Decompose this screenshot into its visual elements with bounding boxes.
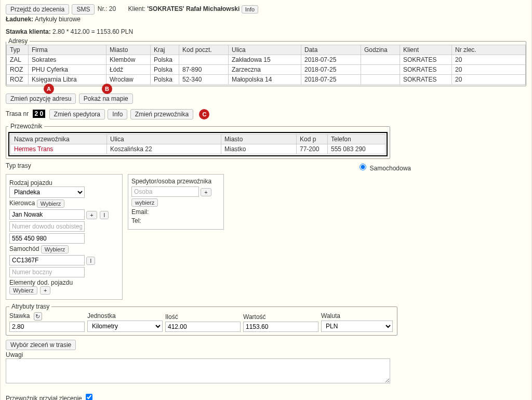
table-cell: Sokrates (29, 55, 107, 65)
dispatcher-legend: Spedytor/osoba przewoźnika (131, 178, 220, 185)
carrier-th-name: Nazwa przewoźnika (11, 135, 107, 144)
car-info-button[interactable]: I (86, 257, 95, 265)
extra-choose-button[interactable]: Wybierz (9, 286, 37, 295)
table-cell: Polska (151, 65, 179, 75)
table-cell: SOKRATES (400, 75, 452, 85)
addr-th-kraj: Kraj (151, 45, 179, 55)
addr-th-nrzlec: Nr zlec. (452, 45, 526, 55)
driver-info-button[interactable]: I (100, 211, 109, 219)
rate-refresh-icon[interactable]: ↻ (34, 312, 42, 321)
attr-unit-select[interactable]: Kilometry (87, 321, 163, 332)
table-row[interactable]: ROZKsięgarnia LibraWrocławPolska52-340Ma… (7, 75, 526, 85)
driver-add-button[interactable]: + (86, 211, 97, 219)
table-cell: 87-890 (179, 65, 229, 75)
dispatcher-person-input[interactable] (131, 186, 199, 197)
table-cell (361, 55, 400, 65)
attr-currency-select[interactable]: PLN (321, 321, 393, 332)
route-type-car-input[interactable] (360, 164, 366, 170)
table-cell: 2018-07-25 (301, 65, 361, 75)
show-on-map-button[interactable]: Pokaż na mapie (79, 94, 133, 104)
table-cell: Łódź (107, 65, 151, 75)
attr-rate-input[interactable] (9, 322, 85, 332)
car-reg-input[interactable] (9, 255, 85, 265)
attr-currency-label: Waluta (321, 312, 394, 319)
table-cell: PHU Cyferka (29, 65, 107, 75)
attr-qty-label: Ilość (165, 313, 243, 321)
car-side-input[interactable] (9, 267, 85, 277)
addr-th-firma: Firma (29, 45, 107, 55)
table-cell: 52-340 (179, 75, 229, 85)
client-name: 'SOKRATES' Rafał Michałowski (147, 5, 240, 12)
orders-in-route-button[interactable]: Wybór zleceń w trasie (6, 340, 76, 350)
goto-order-button[interactable]: Przejdź do zlecenia (6, 4, 69, 15)
route-type-label: Typ trasy (6, 162, 31, 172)
remarks-textarea[interactable] (6, 358, 390, 383)
addr-th-klient: Klient (400, 45, 452, 55)
cargo-label: Ładunek: (6, 16, 33, 23)
change-dispatcher-button[interactable]: Zmień spedytora (49, 109, 105, 119)
extra-elements-label: Elementy dod. pojazdu (9, 279, 119, 286)
order-nr-value: 20 (109, 5, 116, 12)
addresses-legend: Adresy (6, 37, 30, 45)
table-cell: SOKRATES (400, 65, 452, 75)
dispatcher-email-label: Email: (131, 208, 220, 216)
dispatcher-choose-button[interactable]: wybierz (131, 198, 158, 207)
badge-c-icon: C (199, 109, 209, 119)
dispatcher-tel-label: Tel: (131, 217, 220, 224)
route-label: Trasa nr (6, 110, 29, 117)
table-cell: ZAL (7, 55, 29, 65)
table-row[interactable]: ZALSokratesKlembówPolskaZakładowa 152018… (7, 55, 526, 65)
carrier-city-cell: Miastko (221, 144, 297, 154)
change-address-position-button[interactable]: Zmień pozycję adresu (6, 94, 76, 104)
cargo-value: Artykuły biurowe (35, 16, 81, 23)
table-cell: Zarzeczna (229, 65, 301, 75)
carrier-accepted-checkbox[interactable] (86, 394, 92, 400)
carrier-legend: Przewoźnik (8, 123, 44, 130)
driver-id-input[interactable] (9, 221, 85, 232)
dispatcher-add-button[interactable]: + (201, 188, 211, 196)
table-cell: Małopolska 14 (229, 75, 301, 85)
carrier-name-cell[interactable]: Hermes Trans (11, 144, 107, 154)
driver-label: Kierowca (9, 199, 35, 207)
change-carrier-button[interactable]: Zmień przewoźnika (130, 109, 193, 119)
carrier-th-street: Ulica (107, 135, 221, 144)
sms-button[interactable]: SMS (72, 4, 95, 15)
carrier-th-city: Miasto (221, 135, 297, 144)
route-type-car-radio[interactable]: Samochodowa (357, 162, 411, 172)
client-label: Klient: (128, 5, 145, 12)
remarks-label: Uwagi (6, 351, 526, 358)
driver-choose-button[interactable]: Wybierz (37, 199, 65, 208)
table-cell (361, 65, 400, 75)
carrier-row[interactable]: Hermes Trans Koszalińska 22 Miastko 77-2… (11, 144, 385, 154)
topbar: Przejdź do zlecenia SMS Nr.: 20 Klient: … (6, 4, 526, 15)
table-cell: Księgarnia Libra (29, 75, 107, 85)
attr-value-input[interactable] (243, 322, 318, 332)
car-choose-button[interactable]: Wybierz (41, 245, 69, 254)
table-cell: ROZ (7, 65, 29, 75)
addr-th-data: Data (301, 45, 361, 55)
table-cell (361, 75, 400, 85)
addr-th-godzina: Godzina (361, 45, 400, 55)
extra-add-button[interactable]: + (40, 286, 50, 295)
table-cell: Polska (151, 55, 179, 65)
table-cell: Wrocław (107, 75, 151, 85)
attr-qty-input[interactable] (165, 322, 241, 332)
attr-rate-label: Stawka (9, 312, 30, 319)
carrier-accepted-label[interactable]: Przewoźnik przyjął zlecenie (6, 395, 94, 400)
badge-b-icon: B (102, 84, 112, 94)
table-row[interactable]: ROZPHU CyferkaŁódźPolska87-890Zarzeczna2… (7, 65, 526, 75)
route-info-button[interactable]: Info (108, 109, 127, 119)
addr-th-ulica: Ulica (229, 45, 301, 55)
driver-phone-input[interactable] (9, 233, 85, 244)
client-rate-value: 2.80 * 412.00 = 1153.60 PLN (52, 28, 133, 35)
vehicle-kind-select[interactable]: Plandeka (9, 186, 85, 198)
addr-th-miasto: Miasto (107, 45, 151, 55)
carrier-street-cell: Koszalińska 22 (107, 144, 221, 154)
table-cell: ROZ (7, 75, 29, 85)
carrier-th-zip: Kod p (297, 135, 328, 144)
table-cell: Polska (151, 75, 179, 85)
driver-name-input[interactable] (9, 209, 85, 220)
client-info-button[interactable]: Info (242, 5, 258, 14)
carrier-zip-cell: 77-200 (297, 144, 328, 154)
addresses-table: Typ Firma Miasto Kraj Kod poczt. Ulica D… (6, 45, 526, 85)
